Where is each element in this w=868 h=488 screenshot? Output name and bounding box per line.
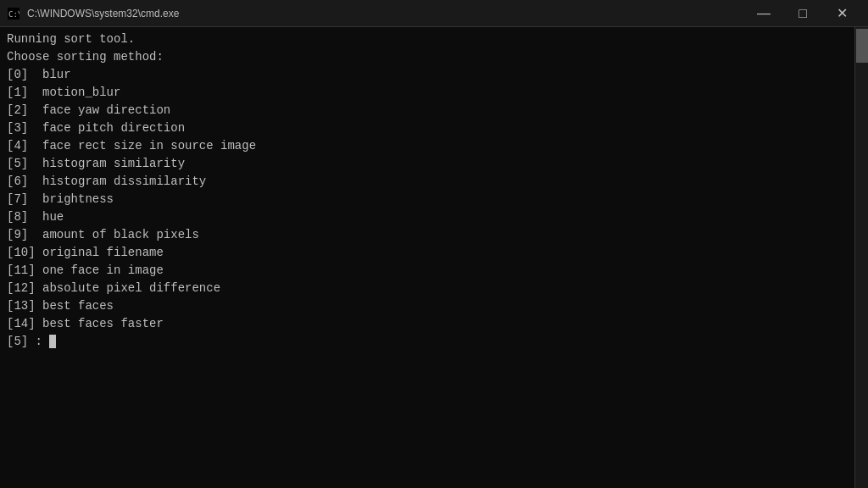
- terminal-line: [10] original filename: [7, 244, 844, 262]
- minimize-button[interactable]: —: [744, 0, 783, 27]
- scrollbar[interactable]: [854, 27, 868, 488]
- terminal-line: [8] hue: [7, 208, 844, 226]
- terminal-line: [0] blur: [7, 66, 844, 84]
- terminal-line: [7] brightness: [7, 191, 844, 208]
- terminal-line: [12] absolute pixel difference: [7, 280, 844, 297]
- terminal-line: Choose sorting method:: [7, 48, 844, 66]
- terminal-lines: Running sort tool.Choose sorting method:…: [7, 30, 861, 351]
- terminal-line: [4] face rect size in source image: [7, 137, 844, 155]
- terminal-line: Running sort tool.: [7, 30, 844, 48]
- title-bar-controls: — □ ✕: [744, 0, 861, 27]
- terminal-line: [11] one face in image: [7, 262, 844, 280]
- terminal-line: [14] best faces faster: [7, 315, 844, 333]
- terminal-line: [5] histogram similarity: [7, 155, 844, 173]
- terminal-line: [3] face pitch direction: [7, 119, 844, 137]
- maximize-button[interactable]: □: [783, 0, 822, 27]
- cmd-window: C:\ C:\WINDOWS\system32\cmd.exe — □ ✕ Ru…: [0, 0, 868, 488]
- svg-text:C:\: C:\: [8, 10, 19, 19]
- title-bar: C:\ C:\WINDOWS\system32\cmd.exe — □ ✕: [0, 0, 868, 27]
- title-bar-left: C:\ C:\WINDOWS\system32\cmd.exe: [7, 7, 179, 20]
- cmd-icon: C:\: [7, 7, 20, 20]
- window-title: C:\WINDOWS\system32\cmd.exe: [27, 8, 179, 19]
- terminal-line: [9] amount of black pixels: [7, 226, 844, 244]
- terminal-cursor: [49, 335, 56, 348]
- terminal-line: [13] best faces: [7, 297, 844, 315]
- terminal-line: [5] :: [7, 333, 844, 351]
- terminal-line: [2] face yaw direction: [7, 102, 844, 119]
- terminal-content[interactable]: Running sort tool.Choose sorting method:…: [0, 27, 868, 488]
- scrollbar-thumb[interactable]: [856, 29, 868, 63]
- close-button[interactable]: ✕: [822, 0, 861, 27]
- terminal-line: [6] histogram dissimilarity: [7, 173, 844, 191]
- terminal-line: [1] motion_blur: [7, 84, 844, 102]
